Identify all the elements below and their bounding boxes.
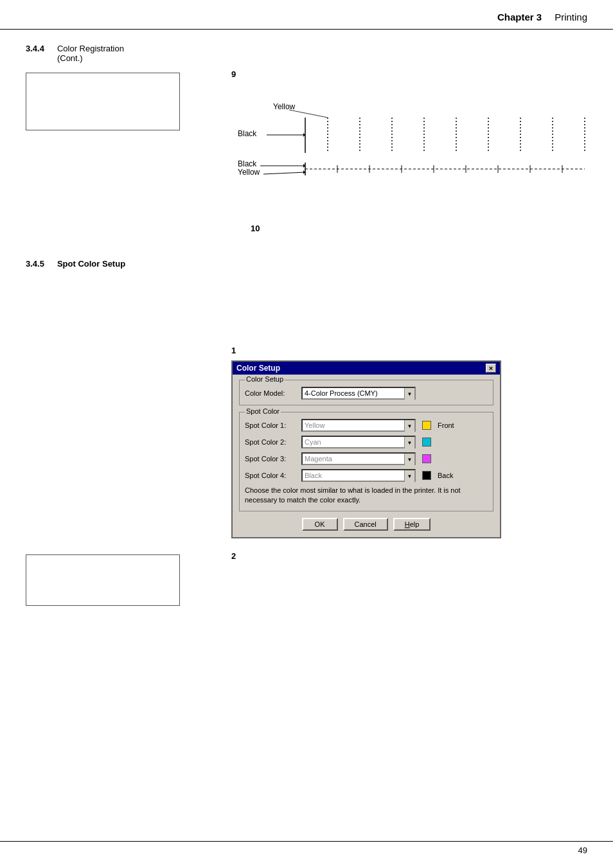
help-h: H — [405, 520, 410, 528]
dialog-wrapper: Color Setup × Color Setup Color Model: — [231, 360, 587, 538]
spot-color-2-row: Spot Color 2: Cyan ▼ — [245, 436, 488, 448]
section-344-title-line1: Color Registration — [57, 44, 124, 53]
dialog-buttons: OK Cancel Help — [239, 518, 493, 531]
section-345-title: Spot Color Setup — [57, 259, 125, 269]
spot-color-1-select[interactable]: Yellow ▼ — [301, 419, 416, 432]
help-text: elp — [410, 520, 420, 528]
color-model-row: Color Model: 4-Color Process (CMY) ▼ — [245, 387, 488, 400]
page-number: 49 — [578, 846, 587, 855]
spot-color-1-label: Spot Color 1: — [245, 421, 298, 429]
spot-color-3-select[interactable]: Magenta ▼ — [301, 452, 416, 465]
spot-color-4-swatch — [422, 471, 431, 480]
spot-color-1-swatch — [422, 421, 431, 430]
section-344-heading: 3.4.4 Color Registration (Cont.) — [26, 44, 587, 63]
step2-content: 2 — [212, 551, 587, 566]
spot-color-4-arrow[interactable]: ▼ — [404, 470, 414, 482]
spot-color-group: Spot Color Spot Color 1: Yellow ▼ — [239, 412, 493, 511]
spot-color-4-select[interactable]: Black ▼ — [301, 469, 416, 482]
spot-color-1-arrow[interactable]: ▼ — [404, 420, 414, 432]
step9-placeholder — [26, 73, 180, 130]
section-344-title-line2: (Cont.) — [57, 53, 124, 63]
svg-line-25 — [263, 172, 305, 174]
dialog-titlebar: Color Setup × — [233, 362, 500, 375]
step2-placeholder — [26, 554, 180, 606]
spot-color-2-label: Spot Color 2: — [245, 438, 298, 446]
step10-area: 10 — [231, 224, 587, 233]
dialog-body: Color Setup Color Model: 4-Color Process… — [233, 375, 500, 537]
bottom-row-lines — [305, 163, 585, 175]
color-model-value: 4-Color Process (CMY) — [303, 388, 404, 398]
black-top-label: Black — [238, 129, 256, 138]
step10-number: 10 — [251, 224, 587, 233]
spot-color-4-value: Black — [303, 470, 404, 481]
section-344-number: 3.4.4 — [26, 44, 44, 53]
spot-color-group-label: Spot Color — [245, 407, 281, 415]
back-label: Back — [438, 472, 453, 479]
step1-number: 1 — [231, 346, 587, 355]
chapter-label: Chapter 3 — [497, 12, 542, 22]
step9-sidebar — [26, 69, 212, 130]
spot-color-2-arrow[interactable]: ▼ — [404, 437, 414, 448]
spot-color-1-value: Yellow — [303, 420, 404, 430]
spot-color-4-label: Spot Color 4: — [245, 472, 298, 479]
reg-diagram: Yellow Black Black Yellow — [231, 85, 604, 214]
step1-area: 1 Color Setup × Color Setup — [26, 346, 587, 538]
color-model-arrow[interactable]: ▼ — [404, 388, 414, 400]
color-setup-group: Color Setup Color Model: 4-Color Process… — [239, 380, 493, 405]
section-345: 3.4.5 Spot Color Setup 1 Color Setup × — [26, 259, 587, 606]
dialog-info-text: Choose the color most similar to what is… — [245, 486, 488, 506]
page-footer: 49 — [0, 841, 613, 855]
spot-color-3-arrow[interactable]: ▼ — [404, 454, 414, 465]
spot-color-3-label: Spot Color 3: — [245, 455, 298, 463]
step9-content: 9 — [212, 69, 604, 214]
front-label: Front — [438, 421, 454, 429]
yellow-top-label: Yellow — [273, 102, 295, 111]
section-344-title: Color Registration (Cont.) — [57, 44, 124, 63]
spot-color-1-row: Spot Color 1: Yellow ▼ Front — [245, 419, 488, 432]
yellow-bottom-label: Yellow — [238, 168, 260, 177]
page-header: Chapter 3 Printing — [0, 0, 613, 30]
dialog-close-button[interactable]: × — [486, 364, 496, 373]
spot-color-2-value: Cyan — [303, 437, 404, 447]
help-button[interactable]: Help — [393, 518, 431, 531]
cancel-button[interactable]: Cancel — [343, 518, 388, 531]
section-345-number: 3.4.5 — [26, 259, 44, 269]
spot-color-2-select[interactable]: Cyan ▼ — [301, 436, 416, 448]
step9-area: 9 — [26, 69, 587, 214]
ok-button[interactable]: OK — [302, 518, 338, 531]
main-content: 3.4.4 Color Registration (Cont.) 9 — [0, 44, 613, 606]
header-right: Chapter 3 Printing — [497, 12, 587, 22]
spot-color-3-swatch — [422, 454, 431, 463]
color-model-select[interactable]: 4-Color Process (CMY) ▼ — [301, 387, 416, 400]
spot-color-4-row: Spot Color 4: Black ▼ Back — [245, 469, 488, 482]
step9-number: 9 — [231, 69, 604, 79]
spot-color-3-value: Magenta — [303, 454, 404, 464]
section-345-heading: 3.4.5 Spot Color Setup — [26, 259, 587, 269]
step2-area: 2 — [26, 551, 587, 606]
color-setup-dialog[interactable]: Color Setup × Color Setup Color Model: — [231, 360, 501, 538]
color-model-label: Color Model: — [245, 389, 298, 397]
step2-number: 2 — [231, 551, 587, 561]
spot-color-3-row: Spot Color 3: Magenta ▼ — [245, 452, 488, 465]
dialog-title: Color Setup — [236, 364, 280, 373]
chapter-title: Printing — [555, 12, 587, 22]
step2-sidebar — [26, 551, 212, 606]
step1-content: 1 Color Setup × Color Setup — [212, 346, 587, 538]
spot-color-2-swatch — [422, 438, 431, 447]
black-bottom-label: Black — [238, 159, 256, 168]
color-setup-group-label: Color Setup — [245, 375, 285, 383]
top-row-lines — [305, 118, 585, 153]
